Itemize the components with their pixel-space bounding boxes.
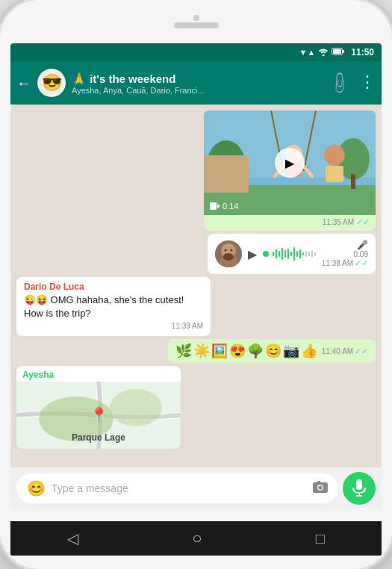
emoji-4: 😍 xyxy=(229,343,246,359)
emoji-7: 📷 xyxy=(283,343,299,359)
status-bar: ▼▲ 11:50 xyxy=(10,43,382,61)
emoji-2: ☀️ xyxy=(193,343,210,359)
back-button[interactable]: ← xyxy=(16,75,31,92)
sender-name: Dario De Luca xyxy=(24,282,203,292)
svg-rect-3 xyxy=(343,50,344,53)
emoji-1: 🌿 xyxy=(175,343,192,359)
video-timestamp: 11:35 AM xyxy=(323,218,354,226)
camera-attach-icon[interactable] xyxy=(313,481,328,497)
input-bar: 😊 Type a message xyxy=(10,467,382,509)
emoji-message: 🌿 ☀️ 🖼️ 😍 🌳 😊 📷 👍 11:40 AM ✓✓ xyxy=(168,339,376,363)
message-input[interactable]: Type a message xyxy=(52,482,307,494)
incoming-text-message: Dario De Luca 😜😝 OMG hahaha, she's the c… xyxy=(16,277,211,336)
map-image[interactable]: 📍 Parque Lage xyxy=(16,382,181,449)
svg-point-26 xyxy=(223,253,234,261)
battery-icon xyxy=(332,48,345,57)
audio-ticks: ✓✓ xyxy=(355,258,368,268)
audio-sender-avatar xyxy=(215,240,242,267)
group-avatar[interactable]: 😎 xyxy=(37,69,66,97)
svg-point-18 xyxy=(324,145,345,166)
emoji-ticks: ✓✓ xyxy=(355,346,368,356)
send-voice-button[interactable] xyxy=(343,472,376,505)
video-duration: 0:14 xyxy=(210,202,238,211)
emoji-picker-icon[interactable]: 😊 xyxy=(27,479,46,497)
svg-point-31 xyxy=(110,389,162,426)
emoji-5: 🌳 xyxy=(247,343,264,359)
svg-marker-22 xyxy=(217,204,220,208)
svg-rect-21 xyxy=(210,202,217,210)
map-pin-icon: 📍 xyxy=(90,406,108,424)
video-thumbnail: ▶ 0:14 xyxy=(204,111,376,215)
audio-waveform xyxy=(263,246,316,261)
chat-header: ← 😎 🙏 it's the weekend Ayesha, Anya, Cau… xyxy=(10,61,382,105)
attach-icon[interactable]: 📎 xyxy=(326,70,352,96)
svg-rect-19 xyxy=(326,166,343,182)
svg-point-28 xyxy=(230,249,232,252)
map-message[interactable]: Ayesha 📍 Parque Lage xyxy=(16,366,181,449)
svg-rect-10 xyxy=(351,174,355,189)
phone-shell: ▼▲ 11:50 xyxy=(0,0,392,569)
audio-message[interactable]: ▶ xyxy=(208,234,376,274)
message-input-field[interactable]: 😊 Type a message xyxy=(16,473,338,503)
svg-rect-36 xyxy=(356,479,362,490)
svg-point-27 xyxy=(224,249,226,252)
status-bar-icons: ▼▲ 11:50 xyxy=(299,47,374,57)
svg-rect-2 xyxy=(333,49,341,54)
header-info[interactable]: 🙏 it's the weekend Ayesha, Anya, Cauã, D… xyxy=(72,72,324,95)
audio-play-button[interactable]: ▶ xyxy=(248,247,257,261)
chat-subtitle: Ayesha, Anya, Cauã, Dario, Franci... xyxy=(72,86,324,95)
svg-point-0 xyxy=(323,54,325,56)
message-footer: 11:39 AM xyxy=(24,322,203,330)
video-time-row: 11:35 AM ✓✓ xyxy=(204,215,376,231)
emoji-6: 😊 xyxy=(265,343,281,359)
mic-icon: 🎤 xyxy=(357,240,368,250)
emoji-timestamp: 11:40 AM xyxy=(322,347,353,355)
message-timestamp: 11:39 AM xyxy=(172,322,203,330)
more-options-icon[interactable]: ⋮ xyxy=(359,74,376,92)
video-message[interactable]: ▶ 0:14 11:35 AM ✓✓ xyxy=(204,111,376,231)
back-nav-button[interactable]: ◁ xyxy=(67,529,78,547)
wifi-bars xyxy=(318,48,329,57)
map-sender: Ayesha xyxy=(16,366,181,382)
audio-duration: 0:09 xyxy=(354,250,368,258)
audio-info: 🎤 0:09 11:38 AM ✓✓ xyxy=(322,240,368,268)
recents-nav-button[interactable]: □ xyxy=(316,530,325,547)
svg-point-34 xyxy=(319,485,323,489)
message-text: 😜😝 OMG hahaha, she's the cutest! How is … xyxy=(24,293,203,320)
chat-title: 🙏 it's the weekend xyxy=(72,72,324,86)
header-actions: 📎 ⋮ xyxy=(330,74,376,92)
bottom-navigation: ◁ ○ □ xyxy=(10,521,382,556)
audio-timestamp: 11:38 AM xyxy=(322,259,353,267)
audio-progress-dot xyxy=(263,251,269,257)
map-location-name: Parque Lage xyxy=(72,432,125,443)
chat-messages: ▶ 0:14 11:35 AM ✓✓ xyxy=(10,105,382,467)
read-ticks: ✓✓ xyxy=(356,217,370,227)
emoji-3: 🖼️ xyxy=(211,343,228,359)
signal-icon: ▼▲ xyxy=(299,48,316,57)
home-nav-button[interactable]: ○ xyxy=(192,529,202,548)
screen: ▼▲ 11:50 xyxy=(10,43,382,509)
svg-rect-20 xyxy=(204,155,249,193)
speaker xyxy=(174,22,219,28)
emoji-8: 👍 xyxy=(301,343,317,359)
svg-rect-35 xyxy=(317,481,320,483)
video-play-button[interactable]: ▶ xyxy=(275,148,305,178)
time-display: 11:50 xyxy=(351,47,374,57)
